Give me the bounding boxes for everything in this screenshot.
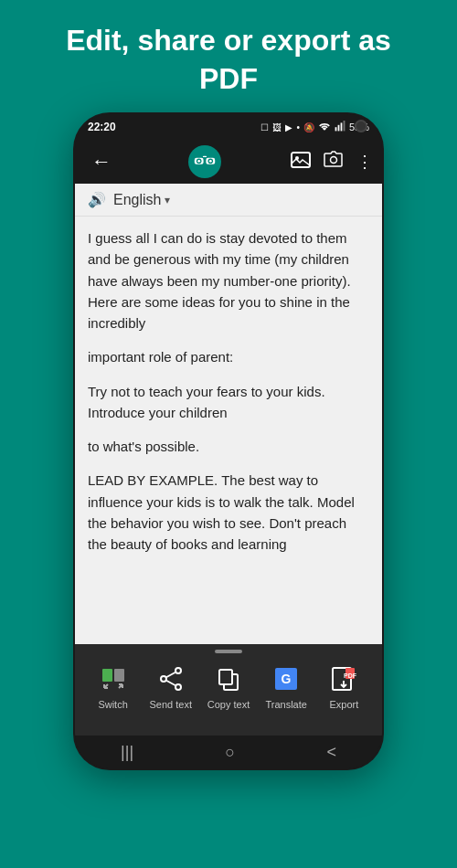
header-text: Edit, share or export as PDF xyxy=(0,0,457,112)
camera-toolbar-icon[interactable] xyxy=(324,151,344,174)
status-time: 22:20 xyxy=(88,121,116,133)
text-paragraph-5: LEAD BY EXAMPLE. The best way to influen… xyxy=(88,470,369,555)
signal-icon xyxy=(335,121,345,133)
svg-point-17 xyxy=(161,676,166,682)
image-icon: 🖼 xyxy=(272,122,282,132)
language-dropdown-arrow[interactable]: ▾ xyxy=(165,194,170,206)
svg-rect-1 xyxy=(338,125,340,132)
bottom-actions: Switch Send text xyxy=(75,659,382,710)
switch-icon xyxy=(97,662,130,695)
dot-icon: • xyxy=(296,122,300,132)
bottom-toolbar: Switch Send text xyxy=(75,644,382,736)
wifi-icon xyxy=(318,121,331,133)
content-area: 🔊 English ▾ I guess all I can do is stay… xyxy=(75,184,382,644)
copy-icon xyxy=(212,662,245,695)
more-options-icon[interactable]: ⋮ xyxy=(356,152,373,172)
svg-text:G: G xyxy=(282,672,292,686)
app-logo xyxy=(119,145,291,178)
text-paragraph-3: Try not to teach your fears to your kids… xyxy=(88,381,369,424)
export-icon: PDF xyxy=(327,662,360,695)
send-text-label: Send text xyxy=(150,699,192,710)
text-paragraph-4: to what's possible. xyxy=(88,436,369,457)
svg-rect-22 xyxy=(219,670,232,684)
nav-menu-button[interactable]: ||| xyxy=(121,743,133,762)
switch-label: Switch xyxy=(98,699,127,710)
language-label: English xyxy=(113,192,161,208)
svg-line-19 xyxy=(165,672,175,678)
svg-rect-0 xyxy=(335,127,337,131)
send-text-button[interactable]: Send text xyxy=(147,662,195,710)
nav-home-button[interactable]: ○ xyxy=(225,743,235,762)
export-button[interactable]: PDF Export xyxy=(320,662,367,710)
nav-bar: ||| ○ < xyxy=(75,736,382,768)
text-paragraph-2: important role of parent: xyxy=(88,346,369,367)
svg-line-20 xyxy=(165,681,175,686)
logo-circle xyxy=(188,145,221,178)
ocr-text-content: I guess all I can do is stay devoted to … xyxy=(75,217,382,644)
svg-rect-3 xyxy=(344,121,345,131)
toolbar-action-icons: ⋮ xyxy=(291,151,373,174)
speaker-icon: 🔊 xyxy=(88,191,106,208)
copy-text-button[interactable]: Copy text xyxy=(205,662,252,710)
text-paragraph-1: I guess all I can do is stay devoted to … xyxy=(88,228,369,333)
back-button[interactable]: ← xyxy=(84,146,119,177)
svg-text:PDF: PDF xyxy=(344,672,356,679)
svg-point-18 xyxy=(175,684,181,690)
nav-back-button[interactable]: < xyxy=(326,743,336,762)
svg-point-16 xyxy=(175,668,181,673)
svg-rect-15 xyxy=(114,669,124,682)
app-toolbar: ← xyxy=(75,140,382,184)
export-label: Export xyxy=(329,699,358,710)
translate-label: Translate xyxy=(265,699,306,710)
svg-rect-2 xyxy=(341,123,343,132)
mute-icon: 🔕 xyxy=(303,122,314,132)
phone-wrapper: 22:20 ☐ 🖼 ▶ • 🔕 xyxy=(73,112,384,770)
handle-bar xyxy=(215,650,242,653)
copy-text-label: Copy text xyxy=(207,699,250,710)
video-icon: ▶ xyxy=(285,122,292,132)
share-icon xyxy=(154,662,187,695)
screen-record-icon: ☐ xyxy=(260,122,269,132)
status-icons: ☐ 🖼 ▶ • 🔕 xyxy=(260,121,369,133)
svg-rect-14 xyxy=(102,669,112,682)
translate-icon: G xyxy=(270,662,303,695)
svg-rect-10 xyxy=(203,156,207,157)
switch-button[interactable]: Switch xyxy=(90,662,137,710)
image-toolbar-icon[interactable] xyxy=(291,151,311,174)
svg-point-8 xyxy=(197,160,200,163)
status-bar: 22:20 ☐ 🖼 ▶ • 🔕 xyxy=(75,114,382,140)
svg-point-13 xyxy=(331,156,337,163)
translate-button[interactable]: G Translate xyxy=(262,662,310,710)
language-bar: 🔊 English ▾ xyxy=(75,184,382,217)
svg-point-9 xyxy=(209,160,212,163)
